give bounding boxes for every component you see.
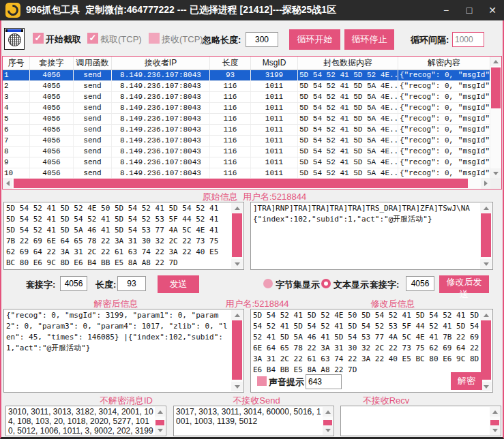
- no-receive-send-box[interactable]: 3017, 3013, 3011, 3014, 60000, 5016, 100…: [173, 406, 334, 436]
- raw-text-content[interactable]: ]TRA]RNP]TRA]TRA]TRA]TRA]TRS_DRA]TRA]ZFA…: [253, 203, 479, 269]
- header-cell-socket[interactable]: 套接字: [30, 57, 74, 70]
- scroll-arrow-up-icon[interactable]: [231, 310, 243, 320]
- scroll-thumb[interactable]: [14, 179, 468, 188]
- scroll-track[interactable]: [12, 178, 481, 189]
- scroll-arrow-down-icon[interactable]: [231, 259, 243, 269]
- scroll-arrow-right-icon[interactable]: [481, 178, 490, 189]
- decrypted-text-content[interactable]: {"recog": 0, "msgId": 3199, "param1": 0,…: [6, 310, 231, 391]
- table-row[interactable]: 14056send8.149.236.107:80439331995D 54 5…: [3, 70, 490, 81]
- scroll-track[interactable]: [490, 417, 500, 425]
- no-receive-recv-content[interactable]: [343, 407, 489, 435]
- no-send-scrollbar[interactable]: [323, 407, 333, 435]
- scroll-arrow-up-icon[interactable]: [155, 407, 165, 417]
- loop-start-button[interactable]: 循环开始: [289, 29, 340, 50]
- table-row[interactable]: 64056send8.149.236.107:804311610115D 54 …: [3, 125, 490, 136]
- scroll-arrow-left-icon[interactable]: [3, 178, 12, 189]
- cell-socket: 4056: [30, 81, 74, 91]
- header-cell-msgid[interactable]: MsgID: [251, 57, 298, 70]
- scroll-arrow-down-icon[interactable]: [490, 168, 501, 178]
- scroll-track[interactable]: [155, 417, 165, 425]
- scroll-thumb[interactable]: [481, 213, 491, 257]
- radio-bytes-display[interactable]: [263, 279, 273, 288]
- scroll-arrow-up-icon[interactable]: [231, 203, 243, 213]
- header-cell-data[interactable]: 封包数据内容: [298, 57, 398, 70]
- cell-socket: 4056: [30, 114, 74, 124]
- no-decrypt-msgid-content[interactable]: 3010, 3011, 3013, 3182, 3014, 2001, 104,…: [8, 407, 154, 435]
- radio-text-display[interactable]: [321, 279, 331, 288]
- cell-socket: 4056: [30, 136, 74, 146]
- socket2-input[interactable]: [406, 276, 434, 291]
- scroll-arrow-down-icon[interactable]: [155, 425, 165, 435]
- scroll-track[interactable]: [480, 213, 492, 259]
- scroll-arrow-down-icon[interactable]: [480, 259, 492, 269]
- maximize-icon[interactable]: □: [463, 0, 475, 20]
- scroll-thumb[interactable]: [323, 420, 332, 425]
- scroll-arrow-up-icon[interactable]: [480, 310, 492, 320]
- scroll-track[interactable]: [231, 320, 243, 382]
- scroll-track[interactable]: [231, 213, 243, 259]
- scroll-arrow-down-icon[interactable]: [490, 425, 500, 435]
- header-cell-seq[interactable]: 序号: [3, 57, 30, 70]
- scroll-arrow-down-icon[interactable]: [323, 425, 333, 435]
- no-recv-scrollbar[interactable]: [490, 407, 500, 435]
- send-modified-button[interactable]: 修改后发送: [439, 275, 489, 293]
- socket-input[interactable]: [60, 276, 87, 291]
- table-row[interactable]: 44056send8.149.236.107:804311610115D 54 …: [3, 103, 490, 114]
- decrypted-text-panel[interactable]: {"recog": 0, "msgId": 3199, "param1": 0,…: [3, 309, 244, 393]
- table-row[interactable]: 104056send8.149.236.107:804311610115D 54…: [3, 168, 490, 178]
- scroll-arrow-up-icon[interactable]: [490, 57, 501, 66]
- scroll-arrow-down-icon[interactable]: [231, 382, 243, 391]
- scroll-thumb[interactable]: [155, 420, 164, 425]
- scroll-thumb[interactable]: [232, 320, 242, 380]
- scroll-thumb[interactable]: [491, 67, 501, 108]
- no-decrypt-scrollbar[interactable]: [155, 407, 165, 435]
- scroll-track[interactable]: [490, 66, 501, 168]
- table-hscrollbar[interactable]: [3, 178, 490, 189]
- checkbox-start-capture[interactable]: ✓: [33, 33, 44, 44]
- loop-stop-button[interactable]: 循环停止: [344, 29, 394, 50]
- header-cell-decrypted[interactable]: 解密内容: [398, 57, 490, 70]
- checkbox-receive-tcp[interactable]: [149, 33, 160, 44]
- raw-text-scrollbar[interactable]: [480, 203, 492, 269]
- decrypt-button[interactable]: 解密: [451, 372, 482, 390]
- scroll-thumb[interactable]: [232, 213, 242, 257]
- header-cell-len[interactable]: 长度: [210, 57, 251, 70]
- no-receive-recv-box[interactable]: [340, 406, 501, 436]
- loop-interval-input[interactable]: [452, 32, 484, 47]
- scroll-track[interactable]: [323, 417, 333, 425]
- table-row[interactable]: 84056send8.149.236.107:804311610115D 54 …: [3, 147, 490, 157]
- raw-text-panel[interactable]: ]TRA]RNP]TRA]TRA]TRA]TRA]TRS_DRA]TRA]ZFA…: [250, 202, 493, 270]
- decrypted-scrollbar[interactable]: [231, 310, 243, 391]
- raw-hex-panel[interactable]: 5D 54 52 41 5D 52 4E 50 5D 54 52 41 5D 5…: [3, 202, 244, 270]
- header-cell-ip[interactable]: 接收者IP: [112, 57, 210, 70]
- cell-len: 116: [210, 168, 251, 178]
- sound-alert-checkbox[interactable]: [257, 376, 267, 386]
- table-row[interactable]: 94056send8.149.236.107:804311610115D 54 …: [3, 157, 490, 168]
- cell-ip: 8.149.236.107:8043: [112, 168, 210, 178]
- raw-hex-scrollbar[interactable]: [231, 203, 243, 269]
- scroll-thumb[interactable]: [481, 320, 491, 380]
- no-receive-send-content[interactable]: 3017, 3013, 3011, 3014, 60000, 5016, 100…: [176, 407, 322, 435]
- table-row[interactable]: 54056send8.149.236.107:804311610115D 54 …: [3, 114, 490, 125]
- table-row[interactable]: 74056send8.149.236.107:804311610115D 54 …: [3, 136, 490, 147]
- close-icon[interactable]: ✕: [486, 0, 499, 20]
- scroll-arrow-up-icon[interactable]: [490, 407, 500, 417]
- length-input[interactable]: [117, 276, 146, 291]
- send-button[interactable]: 发送: [158, 275, 199, 293]
- ignore-length-input[interactable]: [246, 32, 278, 47]
- raw-hex-content[interactable]: 5D 54 52 41 5D 52 4E 50 5D 54 52 41 5D 5…: [6, 203, 231, 269]
- minimize-icon[interactable]: −: [440, 0, 452, 20]
- capture-window-icon[interactable]: [4, 28, 25, 50]
- header-cell-func[interactable]: 调用函数: [74, 57, 112, 70]
- cell-len: 116: [210, 103, 251, 113]
- table-row[interactable]: 34056send8.149.236.107:804311610115D 54 …: [3, 92, 490, 103]
- cell-seq: 3: [3, 92, 30, 102]
- table-vscrollbar[interactable]: [490, 57, 501, 178]
- checkbox-capture-tcp[interactable]: ✓: [87, 33, 98, 44]
- table-row[interactable]: 24056send8.149.236.107:804311610115D 54 …: [3, 81, 490, 92]
- no-decrypt-msgid-box[interactable]: 3010, 3011, 3013, 3182, 3014, 2001, 104,…: [5, 406, 166, 436]
- scroll-arrow-up-icon[interactable]: [480, 203, 492, 213]
- scroll-thumb[interactable]: [490, 420, 499, 425]
- scroll-arrow-up-icon[interactable]: [323, 407, 333, 417]
- sound-value-input[interactable]: [306, 374, 342, 389]
